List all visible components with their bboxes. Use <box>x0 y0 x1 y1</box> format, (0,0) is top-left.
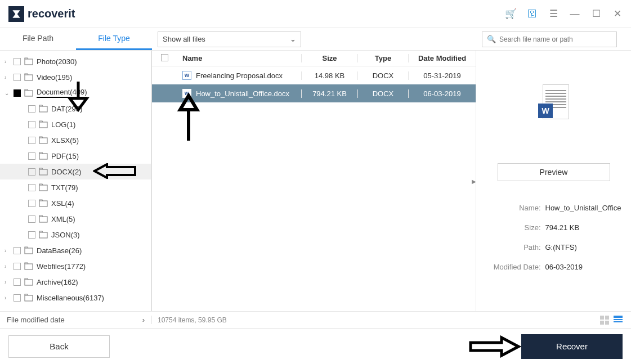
annotation-arrow-right <box>468 335 521 358</box>
folder-icon <box>24 294 33 302</box>
tree-item-xlsx[interactable]: XLSX(5) <box>0 132 151 148</box>
tree-item-dat[interactable]: DAT(295) <box>0 101 151 116</box>
checkbox[interactable] <box>28 168 35 176</box>
checkbox[interactable] <box>28 121 35 128</box>
tree-label: Archive(162) <box>37 278 78 286</box>
tree-item-database[interactable]: ›DataBase(26) <box>0 242 151 258</box>
date-filter[interactable]: File modified date › <box>0 316 152 324</box>
folder-icon <box>24 246 33 254</box>
svg-rect-11 <box>39 232 47 238</box>
preview-thumbnail: W <box>538 84 569 124</box>
checkbox[interactable] <box>14 58 21 65</box>
folder-icon <box>39 215 48 223</box>
recover-button[interactable]: Recover <box>521 334 623 359</box>
filter-dropdown[interactable]: Show all files ⌄ <box>158 32 301 47</box>
grid-view-icon[interactable] <box>600 316 609 325</box>
tree-item-archive[interactable]: ›Archive(162) <box>0 274 151 290</box>
status-text: 10754 items, 59.95 GB <box>158 316 227 324</box>
tree-item-log[interactable]: LOG(1) <box>0 116 151 132</box>
tab-file-path[interactable]: File Path <box>0 28 76 50</box>
caret-icon: ⌄ <box>5 90 10 96</box>
checkbox[interactable] <box>14 74 21 81</box>
search-box[interactable]: 🔍 <box>482 32 617 47</box>
tree-item-docx[interactable]: DOCX(2) <box>0 164 151 179</box>
col-size[interactable]: Size <box>301 54 357 62</box>
tree-label: DataBase(26) <box>37 246 82 255</box>
svg-rect-3 <box>39 106 47 112</box>
checkbox[interactable] <box>28 152 35 160</box>
svg-rect-12 <box>25 248 33 254</box>
folder-icon <box>39 152 48 160</box>
tree-item-json[interactable]: JSON(3) <box>0 227 151 242</box>
checkbox[interactable] <box>28 231 35 239</box>
tree-item-video[interactable]: ›Video(195) <box>0 69 151 85</box>
checkbox[interactable] <box>28 215 35 223</box>
minimize-icon[interactable]: — <box>570 9 580 19</box>
tree-label: Document(409) <box>37 88 87 98</box>
close-icon[interactable]: ✕ <box>612 9 623 19</box>
tree-label: XML(5) <box>51 215 75 223</box>
caret-icon: › <box>5 295 10 301</box>
expand-handle-icon[interactable]: ▶ <box>472 178 476 184</box>
folder-icon <box>24 57 33 65</box>
meta-path: G:(NTFS) <box>545 243 621 251</box>
svg-rect-0 <box>25 59 33 65</box>
checkbox[interactable] <box>14 263 21 270</box>
caret-icon: › <box>5 59 10 65</box>
svg-rect-9 <box>39 201 47 206</box>
caret-icon: › <box>5 74 10 80</box>
col-date[interactable]: Date Modified <box>408 54 476 62</box>
col-name[interactable]: Name <box>177 54 301 62</box>
checkbox[interactable] <box>14 278 21 286</box>
checkbox[interactable] <box>28 137 35 144</box>
titlebar-controls: 🛒 ⚿ ☰ — ☐ ✕ <box>505 9 623 19</box>
tree-item-xml[interactable]: XML(5) <box>0 211 151 227</box>
tab-file-type[interactable]: File Type <box>76 28 152 50</box>
key-icon[interactable]: ⚿ <box>527 9 537 19</box>
tree-item-pdf[interactable]: PDF(15) <box>0 148 151 164</box>
tree-item-txt[interactable]: TXT(79) <box>0 179 151 195</box>
checkbox[interactable] <box>14 294 21 302</box>
checkbox[interactable] <box>28 105 35 113</box>
meta-date: 06-03-2019 <box>545 263 621 271</box>
folder-icon <box>24 262 33 270</box>
table-row[interactable]: WHow_to_Unistall_Office.docx794.21 KBDOC… <box>152 84 476 102</box>
svg-rect-10 <box>39 217 47 222</box>
search-input[interactable] <box>499 35 612 43</box>
tree-item-miscellaneous[interactable]: ›Miscellaneous(6137) <box>0 290 151 305</box>
maximize-icon[interactable]: ☐ <box>591 9 601 19</box>
checkbox[interactable] <box>28 184 35 191</box>
word-icon: W <box>538 104 553 118</box>
tree-label: TXT(79) <box>51 183 78 192</box>
menu-icon[interactable]: ☰ <box>548 9 558 19</box>
tree-item-photo[interactable]: ›Photo(2030) <box>0 53 151 69</box>
status-bar: 10754 items, 59.95 GB <box>152 316 631 325</box>
tree-label: DOCX(2) <box>51 168 81 176</box>
cart-icon[interactable]: 🛒 <box>505 9 516 19</box>
table-row[interactable]: WFreelancing Proposal.docx14.98 KBDOCX05… <box>152 66 476 84</box>
tree-label: Video(195) <box>37 73 72 82</box>
col-type[interactable]: Type <box>357 54 408 62</box>
chevron-right-icon: › <box>142 316 145 324</box>
caret-icon: › <box>5 248 10 254</box>
file-size: 14.98 KB <box>301 71 357 80</box>
list-view-icon[interactable] <box>614 316 623 325</box>
svg-rect-5 <box>39 138 47 143</box>
tree-item-document[interactable]: ⌄Document(409) <box>0 85 151 101</box>
logo: recoverit <box>8 6 75 22</box>
checkbox[interactable] <box>14 247 21 254</box>
preview-button[interactable]: Preview <box>498 163 610 181</box>
folder-icon <box>24 278 33 286</box>
checkbox[interactable] <box>28 200 35 207</box>
svg-rect-14 <box>25 280 33 285</box>
folder-icon <box>39 199 48 207</box>
tree-item-xsl[interactable]: XSL(4) <box>0 195 151 211</box>
svg-rect-2 <box>25 91 33 96</box>
back-button[interactable]: Back <box>8 335 110 358</box>
file-date: 06-03-2019 <box>408 89 476 98</box>
titlebar: recoverit 🛒 ⚿ ☰ — ☐ ✕ <box>0 0 631 28</box>
checkbox[interactable] <box>14 89 21 97</box>
select-all-checkbox[interactable] <box>161 54 168 61</box>
tree-item-webfiles[interactable]: ›Webfiles(1772) <box>0 258 151 274</box>
tree-label: XLSX(5) <box>51 136 79 145</box>
